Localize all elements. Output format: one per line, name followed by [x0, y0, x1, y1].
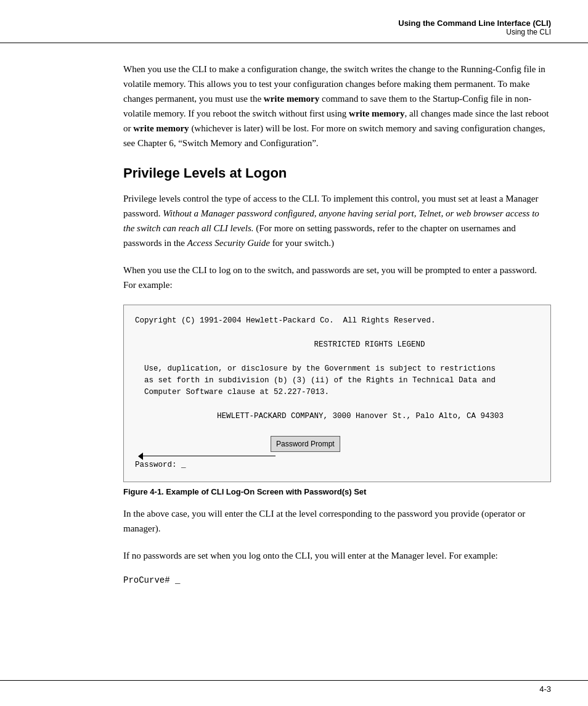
terminal-line-2: [135, 327, 539, 339]
terminal-line-9: HEWLETT-PACKARD COMPANY, 3000 Hanover St…: [135, 411, 539, 422]
callout-container: Password Prompt Password: _: [135, 435, 539, 472]
terminal-line-4: [135, 351, 539, 363]
terminal-line-6: as set forth in subdivision (b) (3) (ii)…: [135, 375, 539, 387]
after-figure-para1: In the above case, you will enter the CL…: [123, 506, 551, 536]
header-title: Using the Command Line Interface (CLI): [398, 18, 551, 28]
page-footer: 4-3: [0, 680, 588, 694]
privilege-para1: Privilege levels control the type of acc…: [123, 191, 551, 250]
intro-paragraph: When you use the CLI to make a configura…: [123, 62, 551, 150]
terminal-line-10: [135, 422, 539, 434]
terminal-line-1: Copyright (C) 1991-2004 Hewlett-Packard …: [135, 315, 539, 327]
procurve-line: ProCurve# _: [123, 575, 551, 585]
page-number: 4-3: [539, 684, 551, 694]
terminal-line-7: Computer Software clause at 52.227-7013.: [135, 387, 539, 398]
page-container: Using the Command Line Interface (CLI) U…: [0, 0, 588, 706]
write-memory-3: write memory: [133, 123, 189, 133]
content-area: When you use the CLI to make a configura…: [0, 43, 588, 634]
section-heading: Privilege Levels at Logon: [123, 165, 551, 181]
write-memory-1: write memory: [264, 94, 319, 104]
terminal-box: Copyright (C) 1991-2004 Hewlett-Packard …: [123, 305, 551, 482]
after-figure-para2: If no passwords are set when you log ont…: [123, 548, 551, 563]
arrow-shaft: [140, 456, 276, 456]
privilege-para2: When you use the CLI to log on to the sw…: [123, 263, 551, 292]
figure-caption: Figure 4-1. Example of CLI Log-On Screen…: [123, 487, 551, 496]
write-memory-2: write memory: [349, 109, 404, 118]
callout-box: Password Prompt: [271, 436, 340, 453]
arrow-head: [138, 453, 143, 460]
password-prompt-line: Password: _: [135, 459, 186, 471]
terminal-line-8: [135, 399, 539, 411]
header-subtitle: Using the CLI: [506, 28, 551, 36]
access-security-guide: Access Security Guide: [187, 238, 270, 248]
page-header: Using the Command Line Interface (CLI) U…: [0, 0, 588, 43]
password-prompt-label: Password Prompt: [276, 440, 335, 448]
privilege-text-tail: for your switch.): [270, 238, 334, 248]
terminal-line-3: RESTRICTED RIGHTS LEGEND: [135, 339, 539, 351]
terminal-line-5: Use, duplication, or disclosure by the G…: [135, 363, 539, 375]
